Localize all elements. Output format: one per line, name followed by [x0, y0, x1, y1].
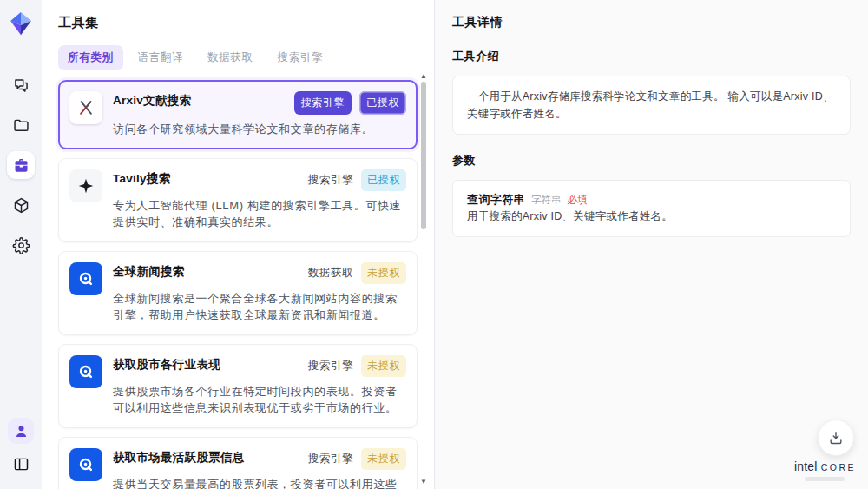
- tool-card-header: 获取市场最活跃股票信息 搜索引擎 未授权: [113, 448, 406, 470]
- scroll-up-arrow[interactable]: ▲: [420, 73, 427, 80]
- tool-card-header: Arxiv文献搜索 搜索引擎 已授权: [113, 91, 406, 115]
- auth-status-badge: 未授权: [361, 262, 406, 284]
- intro-text: 一个用于从Arxiv存储库搜索科学论文和文章的工具。 输入可以是Arxiv ID…: [467, 88, 836, 122]
- cube-icon: [12, 196, 30, 215]
- tool-description: 全球新闻搜索是一个聚合全球各大新闻网站内容的搜索引擎，帮助用户快速获取全球最新资…: [113, 290, 406, 324]
- tool-card[interactable]: 全球新闻搜索 数据获取 未授权 全球新闻搜索是一个聚合全球各大新闻网站内容的搜索…: [58, 251, 418, 335]
- tools-list-panel: 工具集 所有类别语言翻译数据获取搜索引擎 Arxiv文献搜索 搜索引擎 已授权 …: [42, 0, 434, 489]
- tool-name: Tavily搜索: [113, 169, 170, 187]
- auth-status-badge: 已授权: [359, 91, 406, 115]
- auth-status-badge: 未授权: [361, 448, 406, 470]
- core-wordmark: CORE: [821, 462, 856, 472]
- intel-logo-subline: [805, 477, 845, 481]
- sidebar-item-settings[interactable]: [7, 231, 35, 259]
- arxiv-icon: [69, 91, 102, 124]
- tab-2[interactable]: 数据获取: [198, 45, 263, 70]
- panel-icon: [12, 455, 30, 473]
- quark-icon: [69, 355, 102, 388]
- auth-status-badge: 未授权: [361, 355, 406, 377]
- tool-badges: 搜索引擎 已授权: [308, 169, 406, 191]
- category-badge: 搜索引擎: [308, 173, 354, 188]
- param-type: 字符串: [531, 194, 562, 207]
- tool-card-body: 获取股市各行业表现 搜索引擎 未授权 提供股票市场各个行业在特定时间段内的表现。…: [113, 355, 406, 417]
- briefcase-icon: [12, 156, 30, 175]
- param-required-badge: 必填: [567, 194, 587, 207]
- sidebar-item-folder[interactable]: [7, 111, 35, 139]
- param-name: 查询字符串: [467, 192, 525, 208]
- tab-0[interactable]: 所有类别: [58, 45, 123, 70]
- category-badge: 搜索引擎: [308, 359, 354, 373]
- quark-icon: [69, 448, 102, 481]
- tool-card[interactable]: 获取市场最活跃股票信息 搜索引擎 未授权 提供当天交易量最高的股票列表，投资者可…: [58, 437, 418, 489]
- left-sidebar: [0, 0, 42, 489]
- tool-card-body: Tavily搜索 搜索引擎 已授权 专为人工智能代理 (LLM) 构建的搜索引擎…: [113, 169, 406, 231]
- chat-icon: [12, 76, 30, 95]
- tavily-icon: [69, 169, 102, 202]
- tab-3[interactable]: 搜索引擎: [268, 45, 333, 70]
- param-card: 查询字符串 字符串 必填 用于搜索的Arxiv ID、关键字或作者姓名。: [452, 180, 851, 237]
- list-scrollbar[interactable]: ▲ ▼: [419, 73, 428, 486]
- scroll-down-arrow[interactable]: ▼: [420, 479, 427, 486]
- tool-description: 提供股票市场各个行业在特定时间段内的表现。投资者可以利用这些信息来识别表现优于或…: [113, 383, 406, 417]
- tool-details-panel: 工具详情 工具介绍 一个用于从Arxiv存储库搜索科学论文和文章的工具。 输入可…: [434, 0, 868, 489]
- sidebar-item-chat[interactable]: [7, 71, 35, 99]
- intel-wordmark: intel: [794, 459, 818, 473]
- intro-card: 一个用于从Arxiv存储库搜索科学论文和文章的工具。 输入可以是Arxiv ID…: [452, 76, 851, 135]
- gem-logo-icon: [8, 10, 34, 36]
- tool-card-body: Arxiv文献搜索 搜索引擎 已授权 访问各个研究领域大量科学论文和文章的存储库…: [113, 91, 406, 138]
- tool-badges: 搜索引擎 已授权: [294, 91, 406, 115]
- param-header: 查询字符串 字符串 必填: [467, 192, 836, 208]
- tool-card[interactable]: Tavily搜索 搜索引擎 已授权 专为人工智能代理 (LLM) 构建的搜索引擎…: [58, 158, 418, 242]
- details-title: 工具详情: [452, 15, 851, 30]
- gear-icon: [12, 236, 30, 254]
- category-badge: 数据获取: [308, 266, 354, 281]
- app-window: 工具集 所有类别语言翻译数据获取搜索引擎 Arxiv文献搜索 搜索引擎 已授权 …: [0, 0, 868, 489]
- tool-badges: 搜索引擎 未授权: [308, 448, 406, 470]
- category-tabs: 所有类别语言翻译数据获取搜索引擎: [58, 45, 434, 70]
- tool-name: 全球新闻搜索: [113, 262, 185, 280]
- category-badge: 搜索引擎: [308, 452, 354, 466]
- tool-name: 获取市场最活跃股票信息: [113, 448, 244, 466]
- tool-badges: 搜索引擎 未授权: [308, 355, 406, 377]
- sidebar-bottom-nav: [8, 418, 34, 477]
- scrollbar-track[interactable]: [419, 80, 428, 479]
- intel-core-logo: intelCORE: [794, 459, 856, 481]
- sidebar-item-user[interactable]: [8, 418, 34, 444]
- tool-list: Arxiv文献搜索 搜索引擎 已授权 访问各个研究领域大量科学论文和文章的存储库…: [58, 80, 418, 489]
- tool-badges: 数据获取 未授权: [308, 262, 406, 284]
- tool-card[interactable]: 获取股市各行业表现 搜索引擎 未授权 提供股票市场各个行业在特定时间段内的表现。…: [58, 344, 418, 428]
- folder-icon: [12, 116, 30, 135]
- params-heading: 参数: [452, 153, 851, 169]
- download-icon: [827, 429, 845, 446]
- tool-card-header: Tavily搜索 搜索引擎 已授权: [113, 169, 406, 191]
- sidebar-nav: [7, 71, 35, 259]
- tool-card[interactable]: Arxiv文献搜索 搜索引擎 已授权 访问各个研究领域大量科学论文和文章的存储库…: [58, 80, 418, 149]
- auth-status-badge: 已授权: [361, 169, 406, 191]
- scrollbar-thumb[interactable]: [421, 82, 426, 229]
- tool-card-header: 全球新闻搜索 数据获取 未授权: [113, 262, 406, 284]
- sidebar-item-models[interactable]: [7, 191, 35, 219]
- quark-icon: [69, 262, 102, 295]
- tool-description: 专为人工智能代理 (LLM) 构建的搜索引擎工具。可快速提供实时、准确和真实的结…: [113, 197, 406, 231]
- page-title: 工具集: [58, 15, 434, 31]
- tool-card-body: 全球新闻搜索 数据获取 未授权 全球新闻搜索是一个聚合全球各大新闻网站内容的搜索…: [113, 262, 406, 324]
- tool-card-body: 获取市场最活跃股票信息 搜索引擎 未授权 提供当天交易量最高的股票列表，投资者可…: [113, 448, 406, 489]
- category-badge: 搜索引擎: [294, 91, 352, 115]
- tool-name: 获取股市各行业表现: [113, 355, 220, 373]
- tab-1[interactable]: 语言翻译: [128, 45, 194, 70]
- tool-description: 访问各个研究领域大量科学论文和文章的存储库。: [113, 121, 406, 138]
- sidebar-item-panel-toggle[interactable]: [8, 451, 34, 477]
- tool-card-header: 获取股市各行业表现 搜索引擎 未授权: [113, 355, 406, 377]
- tool-description: 提供当天交易量最高的股票列表，投资者可以利用这些信息来识别流动性强的股票和潜在的…: [113, 476, 406, 489]
- download-button[interactable]: [818, 420, 854, 456]
- tool-name: Arxiv文献搜索: [113, 91, 191, 109]
- sidebar-item-toolbox[interactable]: [7, 151, 35, 179]
- intro-heading: 工具介绍: [452, 49, 851, 64]
- user-icon: [12, 422, 30, 440]
- param-description: 用于搜索的Arxiv ID、关键字或作者姓名。: [467, 208, 836, 225]
